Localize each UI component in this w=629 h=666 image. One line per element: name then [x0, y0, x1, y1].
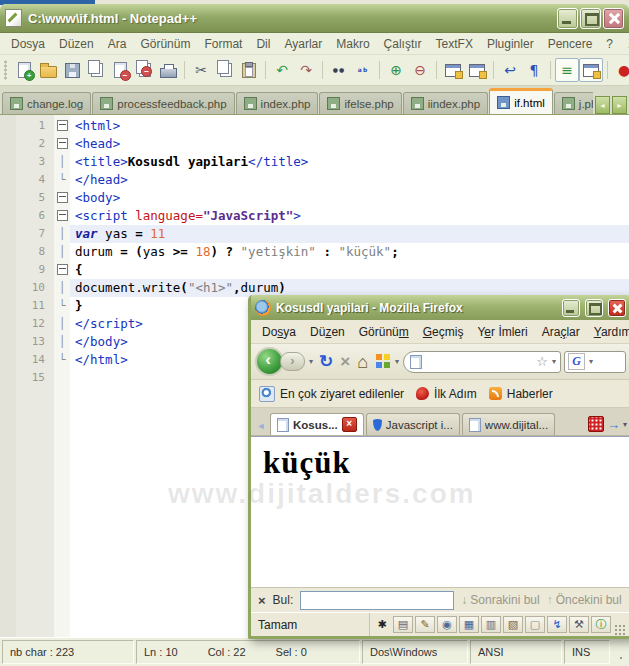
- menu-dil[interactable]: Dil: [249, 35, 277, 53]
- fold-collapse-icon[interactable]: [54, 261, 70, 279]
- firefox-titlebar[interactable]: Kosusdl yapilari - Mozilla Firefox: [251, 295, 629, 320]
- lightning-icon[interactable]: ↯: [547, 616, 567, 633]
- tab-ifelse-php[interactable]: ifelse.php: [319, 92, 401, 114]
- ff-menu-gecmis[interactable]: Geçmiş: [416, 323, 471, 341]
- save-all-icon[interactable]: [84, 58, 108, 82]
- firefox-minimize-button[interactable]: [562, 299, 580, 317]
- ff-menu-yer-imleri[interactable]: Yer İmleri: [470, 323, 534, 341]
- tab-close-icon[interactable]: ×: [342, 417, 357, 432]
- menu-format[interactable]: Format: [197, 35, 249, 53]
- tab-scroll-left-button[interactable]: ◄: [595, 96, 610, 114]
- fold-collapse-icon[interactable]: [54, 117, 70, 135]
- menu-pluginler[interactable]: Pluginler: [480, 35, 541, 53]
- zoom-in-icon[interactable]: ⊕: [384, 58, 408, 82]
- copy-icon[interactable]: [213, 58, 237, 82]
- tab-change-log[interactable]: change.log: [2, 92, 91, 114]
- find-input[interactable]: [300, 591, 454, 610]
- bug-icon[interactable]: ✱: [373, 616, 391, 633]
- bookmark-ilk-adim[interactable]: İlk Adım: [416, 387, 477, 401]
- tab-if-html[interactable]: if.html: [489, 88, 553, 114]
- close-file-icon[interactable]: −: [108, 58, 132, 82]
- menu-ara[interactable]: Ara: [101, 35, 134, 53]
- tab-scroll-right-icon[interactable]: →: [607, 418, 620, 431]
- ff-menu-dosya[interactable]: Dosya: [255, 323, 303, 341]
- grid-icon[interactable]: [376, 354, 391, 369]
- ff-menu-yardim[interactable]: Yardım: [587, 323, 629, 341]
- menu-makro[interactable]: Makro: [329, 35, 376, 53]
- find-previous-button[interactable]: ↑ Öncekini bul: [547, 593, 622, 607]
- save-icon[interactable]: [60, 58, 84, 82]
- globe-icon[interactable]: ◉: [437, 616, 457, 633]
- bookmark-star-icon[interactable]: ☆: [536, 355, 548, 368]
- history-dropdown-icon[interactable]: ▾: [308, 357, 314, 366]
- search-input[interactable]: [597, 352, 622, 372]
- redo-icon[interactable]: ↷: [294, 58, 318, 82]
- sync-vertical-icon[interactable]: [441, 58, 465, 82]
- page-icon[interactable]: ▤: [393, 616, 413, 633]
- menu-ayarlar[interactable]: Ayarlar: [277, 35, 329, 53]
- ff-tab-kosusdl[interactable]: Kosus...×: [270, 413, 364, 435]
- find-close-icon[interactable]: ×: [258, 593, 266, 608]
- zoom-out-icon[interactable]: ⊖: [408, 58, 432, 82]
- maximize-button[interactable]: [580, 8, 601, 29]
- word-wrap-icon[interactable]: ↩: [498, 58, 522, 82]
- tab-scroll-left-icon[interactable]: ◄: [254, 417, 268, 435]
- print-icon[interactable]: [156, 58, 180, 82]
- fold-collapse-icon[interactable]: [54, 189, 70, 207]
- print-icon[interactable]: ▥: [481, 616, 501, 633]
- menu-dosya[interactable]: Dosya: [4, 35, 52, 53]
- new-file-icon[interactable]: +: [12, 58, 36, 82]
- ff-menu-duzen[interactable]: Düzen: [303, 323, 352, 341]
- forward-button[interactable]: ›: [280, 352, 305, 371]
- open-file-icon[interactable]: [36, 58, 60, 82]
- ff-menu-gorunum[interactable]: Görünüm: [352, 323, 416, 341]
- indent-guide-icon[interactable]: ≡: [555, 58, 579, 82]
- stop-button[interactable]: ×: [338, 353, 352, 370]
- replace-icon[interactable]: ab: [351, 58, 375, 82]
- sync-horizontal-icon[interactable]: [465, 58, 489, 82]
- ff-menu-araclar[interactable]: Araçlar: [535, 323, 587, 341]
- undo-icon[interactable]: ↶: [270, 58, 294, 82]
- tab-iindex-php[interactable]: iindex.php: [403, 92, 488, 114]
- grid-dropdown-icon[interactable]: ▾: [394, 357, 400, 366]
- menu-calistir[interactable]: Çalıştır: [377, 35, 429, 53]
- menu-textfx[interactable]: TextFX: [429, 35, 480, 53]
- find-icon[interactable]: ●●: [327, 58, 351, 82]
- cut-icon[interactable]: ✂: [189, 58, 213, 82]
- menu-gorunum[interactable]: Görünüm: [133, 35, 197, 53]
- home-button[interactable]: ⌂: [355, 353, 370, 371]
- find-next-button[interactable]: ↓ Sonrakini bul: [461, 593, 539, 607]
- fold-collapse-icon[interactable]: [54, 135, 70, 153]
- menu-pencere[interactable]: Pencere: [541, 35, 600, 53]
- macro-record-icon[interactable]: ●: [612, 58, 629, 82]
- tab-processfeedback-php[interactable]: processfeedback.php: [92, 92, 234, 114]
- paste-icon[interactable]: [237, 58, 261, 82]
- list-all-tabs-icon[interactable]: [588, 416, 604, 432]
- menu-duzen[interactable]: Düzen: [52, 35, 101, 53]
- ff-tab-dijital[interactable]: www.dijital...: [462, 413, 555, 435]
- firefox-maximize-button[interactable]: [585, 299, 603, 317]
- firefox-close-button[interactable]: [608, 299, 626, 317]
- url-input[interactable]: [425, 352, 533, 372]
- bookmark-haberler[interactable]: Haberler: [489, 387, 553, 401]
- doc-switcher-icon[interactable]: [579, 58, 603, 82]
- close-button[interactable]: [603, 8, 624, 29]
- save-icon[interactable]: ▦: [459, 616, 479, 633]
- edit-icon[interactable]: ✎: [415, 616, 435, 633]
- bookmark-en-cok-ziyaret-edilenler[interactable]: En çok ziyaret edilenler: [259, 386, 404, 402]
- resize-grip[interactable]: [612, 640, 627, 664]
- menu-help[interactable]: ?: [599, 35, 620, 53]
- info-icon[interactable]: ⓘ: [591, 616, 611, 633]
- ff-tab-javascript[interactable]: Javascript i...: [366, 413, 460, 435]
- minimize-button[interactable]: [557, 8, 578, 29]
- refresh-button[interactable]: ↻: [317, 353, 335, 370]
- tab-j-php[interactable]: j.php: [554, 92, 593, 114]
- tab-index-php[interactable]: index.php: [236, 92, 319, 114]
- search-box[interactable]: G ▾: [564, 351, 626, 373]
- url-dropdown-icon[interactable]: ▾: [551, 357, 557, 366]
- tab-scroll-right-button[interactable]: ►: [612, 96, 627, 114]
- window-icon[interactable]: ▢: [525, 616, 545, 633]
- show-all-characters-icon[interactable]: ¶: [522, 58, 546, 82]
- notepadpp-titlebar[interactable]: C:\www\if.html - Notepad++: [0, 4, 629, 33]
- tab-overflow-dropdown-icon[interactable]: ▾: [623, 420, 627, 429]
